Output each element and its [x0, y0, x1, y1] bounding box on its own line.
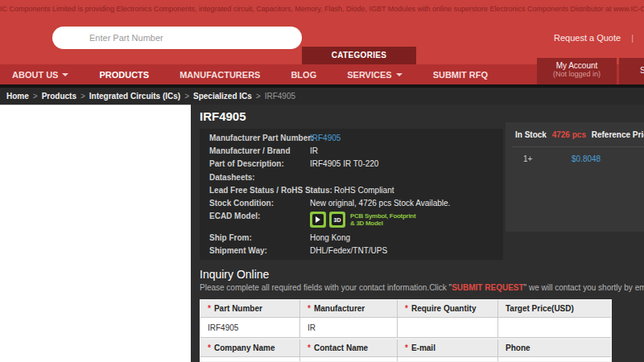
- spec-value: RoHS Compliant: [334, 186, 394, 195]
- email-field[interactable]: [398, 357, 498, 362]
- request-quote-link[interactable]: Request a Quote: [554, 33, 621, 43]
- in-stock-label: In Stock: [515, 130, 547, 139]
- breadcrumb-integrated-circuits[interactable]: Integrated Circuits (ICs): [89, 92, 180, 101]
- inquiry-text-before: Please complete all required fields with…: [200, 283, 452, 292]
- header-require-quantity: *Require Quantity: [398, 300, 498, 318]
- nav-submit-rfq[interactable]: SUBMIT RFQ: [433, 70, 488, 80]
- required-marker: *: [208, 343, 211, 352]
- phone-field[interactable]: [498, 357, 611, 362]
- spec-row-brand: Manufacturer / Brand IR: [200, 146, 503, 159]
- price-panel-header: In Stock 4726 pcs Reference Price(In US …: [515, 130, 644, 139]
- spec-value: New original, 4726 pcs Stock Available.: [310, 199, 450, 208]
- price-tier-price[interactable]: $0.8048: [572, 154, 601, 163]
- header-label: Contact Name: [314, 343, 368, 352]
- nav-products[interactable]: PRODUCTS: [99, 70, 149, 80]
- header-target-price: Target Price(USD): [498, 300, 611, 318]
- spec-label: Manufacturer / Brand: [209, 146, 291, 155]
- breadcrumb: Home > Products > Integrated Circuits (I…: [0, 88, 644, 105]
- my-account-button[interactable]: My Account (Not logged in): [537, 58, 617, 84]
- breadcrumb-current: IRF4905: [265, 92, 295, 101]
- ecad-3d-icon[interactable]: 3D: [329, 212, 345, 228]
- ecad-symbol-icon[interactable]: [310, 212, 326, 228]
- spec-label: Part of Description:: [209, 159, 284, 168]
- required-marker: *: [405, 304, 408, 313]
- table-header-row: *Company Name *Contact Name *E-mail Phon…: [200, 339, 611, 357]
- spec-label: Stock Condition:: [209, 199, 274, 208]
- breadcrumb-products[interactable]: Products: [42, 92, 76, 101]
- header-label: Manufacturer: [314, 304, 365, 313]
- header-manufacturer: *Manufacturer: [300, 300, 398, 318]
- ecad-3d-label: 3D: [334, 217, 341, 223]
- spec-row-ecad: ECAD Model: 3D PCB Symbol, Footprint & 3…: [200, 212, 503, 232]
- contact-name-field[interactable]: [300, 357, 398, 362]
- site-tagline: IC Components Limited is providing Elect…: [0, 5, 644, 13]
- required-marker: *: [308, 304, 311, 313]
- company-name-field[interactable]: [200, 357, 300, 362]
- header-label: Part Number: [214, 304, 262, 313]
- left-sidebar-panel: [0, 105, 191, 362]
- submit-request-text: SUBMIT REQUEST: [452, 283, 523, 292]
- header-label: Target Price(USD): [506, 304, 574, 313]
- nav-about-us[interactable]: ABOUT US: [12, 70, 68, 80]
- part-number-field[interactable]: IRF4905: [200, 318, 300, 338]
- nav-products-label: PRODUCTS: [99, 70, 149, 80]
- inquiry-text-after: " we will contact you shortly by email. …: [524, 283, 644, 292]
- nav-blog-label: BLOG: [291, 70, 316, 80]
- spec-label: Shipment Way:: [209, 246, 267, 255]
- spec-label: Lead Free Status / RoHS Status:: [209, 186, 332, 195]
- my-account-label: My Account: [537, 61, 617, 70]
- spec-row-ship-from: Ship From: Hong Kong: [200, 233, 503, 246]
- spec-label: Manufacturer Part Number:: [209, 134, 313, 142]
- spec-label: Datasheets:: [209, 173, 255, 182]
- link-divider: |: [631, 33, 634, 43]
- page: IC Components Limited is providing Elect…: [0, 0, 644, 362]
- product-title: IRF4905: [200, 109, 246, 123]
- ecad-model-link[interactable]: PCB Symbol, Footprint & 3D Model: [350, 212, 415, 227]
- categories-button[interactable]: CATEGORIES: [302, 47, 416, 64]
- spec-row-shipment-way: Shipment Way: DHL/Fedex/TNT/UPS: [200, 246, 503, 259]
- header-partial-button[interactable]: S: [619, 58, 644, 84]
- header-contact-name: *Contact Name: [300, 339, 398, 357]
- spec-value: DHL/Fedex/TNT/UPS: [310, 246, 387, 255]
- spec-label: Ship From:: [209, 233, 252, 242]
- table-value-row: IRF4905 IR: [200, 318, 611, 338]
- target-price-field[interactable]: [498, 318, 611, 338]
- manufacturer-field[interactable]: IR: [300, 318, 398, 338]
- header-company-name: *Company Name: [200, 339, 300, 357]
- nav-services[interactable]: SERVICES: [347, 70, 402, 80]
- ecad-icons: 3D: [310, 212, 349, 228]
- breadcrumb-separator: >: [80, 92, 85, 101]
- header-links: Request a Quote | Contact Us: [554, 33, 644, 43]
- header-part-number: *Part Number: [200, 300, 300, 318]
- header-label: E-mail: [411, 343, 436, 352]
- price-panel: In Stock 4726 pcs Reference Price(In US …: [506, 122, 644, 232]
- spec-value: IR: [310, 146, 318, 155]
- nav-about-us-label: ABOUT US: [12, 70, 58, 80]
- inquiry-table-part: *Part Number *Manufacturer *Require Quan…: [200, 299, 612, 339]
- require-quantity-field[interactable]: [398, 318, 498, 338]
- required-marker: *: [308, 343, 311, 352]
- nav-manufacturers[interactable]: MANUFACTURERS: [180, 70, 260, 80]
- spec-row-rohs: Lead Free Status / RoHS Status: RoHS Com…: [200, 186, 503, 199]
- inquiry-table-contact: *Company Name *Contact Name *E-mail Phon…: [200, 339, 612, 362]
- spec-row-datasheets: Datasheets:: [200, 173, 503, 186]
- part-number-link[interactable]: IRF4905: [310, 134, 341, 142]
- table-value-row: [200, 357, 611, 362]
- stock-quantity: 4726 pcs: [552, 130, 586, 139]
- nav-submit-rfq-label: SUBMIT RFQ: [433, 70, 488, 80]
- header-label: Require Quantity: [411, 304, 477, 313]
- breadcrumb-specialized-ics[interactable]: Specialized ICs: [193, 92, 252, 101]
- table-header-row: *Part Number *Manufacturer *Require Quan…: [200, 300, 611, 318]
- spec-row-stock-condition: Stock Condition: New original, 4726 pcs …: [200, 199, 503, 212]
- nav-blog[interactable]: BLOG: [291, 70, 316, 80]
- breadcrumb-separator: >: [184, 92, 189, 101]
- header-email: *E-mail: [398, 339, 498, 357]
- search-input[interactable]: [52, 27, 302, 49]
- nav-services-label: SERVICES: [347, 70, 391, 80]
- product-spec-box: Manufacturer Part Number: IRF4905 Manufa…: [200, 129, 503, 260]
- breadcrumb-separator: >: [33, 92, 38, 101]
- spec-value: IRF4905 IR T0-220: [310, 159, 378, 168]
- spec-value: Hong Kong: [310, 233, 350, 242]
- ecad-text-line1: PCB Symbol, Footprint: [350, 212, 415, 220]
- breadcrumb-home[interactable]: Home: [6, 92, 29, 101]
